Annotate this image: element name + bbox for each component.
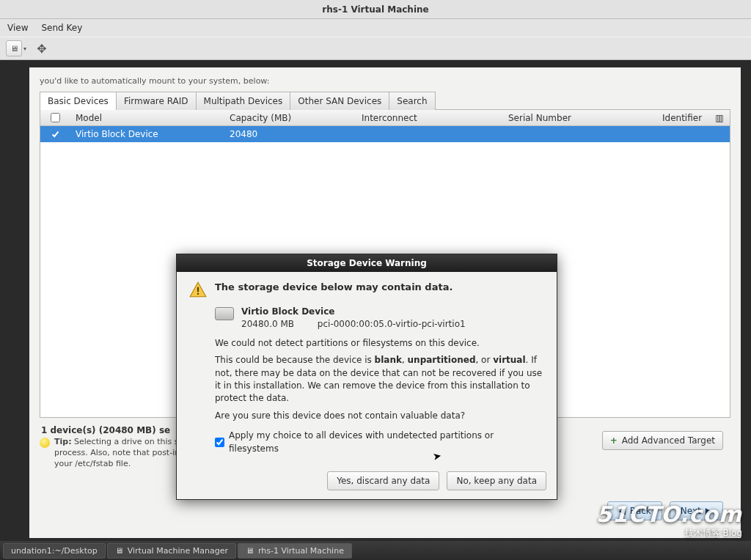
svg-rect-1 xyxy=(197,293,199,295)
dialog-p2: This could be because the device is blan… xyxy=(215,354,545,405)
arrow-right-icon: ▶ xyxy=(706,506,712,516)
harddrive-icon xyxy=(215,307,234,320)
next-label: Next xyxy=(681,506,701,516)
apply-all-label: Apply my choice to all devices with unde… xyxy=(229,430,545,455)
row-interconnect xyxy=(356,132,502,136)
apply-all-checkbox[interactable] xyxy=(215,438,224,447)
col-serial[interactable]: Serial Number xyxy=(502,111,656,125)
tab-basic-devices[interactable]: Basic Devices xyxy=(40,92,117,110)
column-config-icon[interactable]: ▥ xyxy=(709,111,730,125)
dialog-device-name: Virtio Block Device xyxy=(241,306,466,318)
row-capacity: 20480 xyxy=(224,127,356,141)
taskbar-item-desktop[interactable]: undation1:~/Desktop xyxy=(3,543,106,559)
col-model[interactable]: Model xyxy=(70,111,224,125)
col-interconnect[interactable]: Interconnect xyxy=(356,111,502,125)
tab-multipath-devices[interactable]: Multipath Devices xyxy=(196,92,291,110)
chevron-down-icon: ▾ xyxy=(23,45,26,52)
dialog-heading: The storage device below may contain dat… xyxy=(215,281,453,295)
intro-text: you'd like to automatically mount to you… xyxy=(40,76,730,86)
table-row[interactable]: Virtio Block Device 20480 xyxy=(40,126,730,142)
add-advanced-target-label: Add Advanced Target xyxy=(622,435,715,446)
monitor-icon[interactable]: 🖥 xyxy=(6,40,22,56)
warning-icon xyxy=(188,281,208,300)
row-model: Virtio Block Device xyxy=(70,127,224,141)
lightbulb-icon xyxy=(40,438,50,448)
taskbar-item-vmm[interactable]: 🖥 Virtual Machine Manager xyxy=(107,543,236,559)
dialog-device-block: Virtio Block Device 20480.0 MB pci-0000:… xyxy=(215,306,545,331)
dialog-p3: Are you sure this device does not contai… xyxy=(215,410,545,422)
menu-view[interactable]: View xyxy=(7,23,28,33)
arrow-left-icon: ◀ xyxy=(618,506,625,516)
tab-other-san-devices[interactable]: Other SAN Devices xyxy=(290,92,389,110)
yes-discard-button[interactable]: Yes, discard any data xyxy=(327,471,439,490)
display-selector[interactable]: 🖥 ▾ xyxy=(6,40,26,56)
add-advanced-target-button[interactable]: + Add Advanced Target xyxy=(602,431,723,450)
cursor-icon: ➤ xyxy=(432,449,442,463)
nav-row: ◀ Back Next ▶ xyxy=(607,501,723,520)
col-identifier[interactable]: Identifier xyxy=(656,111,709,125)
col-capacity[interactable]: Capacity (MB) xyxy=(224,111,356,125)
tab-search[interactable]: Search xyxy=(389,92,435,110)
tip-label: Tip: xyxy=(54,437,72,446)
dialog-p1: We could not detect partitions or filesy… xyxy=(215,337,545,350)
dialog-title: Storage Device Warning xyxy=(177,254,557,272)
fullscreen-icon[interactable]: ✥ xyxy=(34,40,50,56)
window-title: rhs-1 Virtual Machine xyxy=(322,4,428,15)
plus-icon: + xyxy=(610,435,618,446)
table-header: Model Capacity (MB) Interconnect Serial … xyxy=(40,110,730,126)
menu-sendkey[interactable]: Send Key xyxy=(41,23,82,33)
row-checkbox[interactable] xyxy=(51,130,60,139)
storage-warning-dialog: Storage Device Warning The storage devic… xyxy=(176,254,557,500)
menubar: View Send Key xyxy=(0,19,751,37)
dialog-device-size: 20480.0 MB xyxy=(241,319,294,329)
select-all-checkbox[interactable] xyxy=(51,113,60,122)
back-label: Back xyxy=(630,506,651,516)
svg-rect-0 xyxy=(197,287,199,292)
tab-firmware-raid[interactable]: Firmware RAID xyxy=(116,92,197,110)
vm-icon: 🖥 xyxy=(246,546,254,556)
vm-icon: 🖥 xyxy=(115,546,123,556)
next-button[interactable]: Next ▶ xyxy=(670,501,723,520)
device-tabs: Basic Devices Firmware RAID Multipath De… xyxy=(40,91,730,110)
no-keep-button[interactable]: No, keep any data xyxy=(447,471,546,490)
row-identifier xyxy=(656,132,709,136)
taskbar: undation1:~/Desktop 🖥 Virtual Machine Ma… xyxy=(0,541,751,560)
toolbar: 🖥 ▾ ✥ xyxy=(0,37,751,60)
window-titlebar: rhs-1 Virtual Machine xyxy=(0,0,751,19)
taskbar-item-rhs1[interactable]: 🖥 rhs-1 Virtual Machine xyxy=(238,543,352,559)
dialog-device-pci: pci-0000:00:05.0-virtio-pci-virtio1 xyxy=(318,319,466,329)
row-serial xyxy=(502,132,656,136)
back-button[interactable]: ◀ Back xyxy=(607,501,662,520)
